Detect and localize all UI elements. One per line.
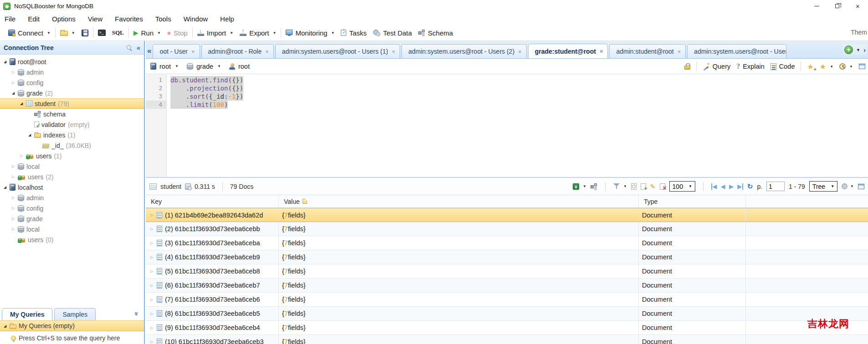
expander-icon[interactable]: ◢ [3, 60, 7, 64]
expander-icon[interactable]: ▷ [11, 196, 15, 200]
menu-item-file[interactable]: File [5, 15, 15, 23]
document-tab-admin-system-users-root-users-1[interactable]: admin:system.users@root - Users (1)× [275, 44, 400, 58]
expander-icon[interactable]: ◢ [3, 324, 7, 328]
tab-close-icon[interactable]: × [518, 48, 522, 55]
explain-button[interactable]: ? Explain [736, 62, 765, 71]
schema-button[interactable]: Schema [418, 29, 453, 37]
tree-item-localhost[interactable]: ◢localhost [0, 182, 144, 192]
favorites-dropdown[interactable]: ★ ▼ [820, 62, 833, 71]
history-dropdown[interactable]: ▼ [839, 63, 853, 70]
export-button[interactable]: Export ▼ [240, 29, 276, 37]
tree-item-local[interactable]: ▷local [0, 161, 144, 172]
my-queries-folder-row[interactable]: ◢ My Queries (empty) [0, 320, 144, 331]
document-tab-admin-system-users-root-users-2[interactable]: admin:system.users@root - Users (2)× [401, 44, 526, 58]
open-button[interactable]: ▼ [60, 30, 75, 36]
table-row[interactable]: ▷(8) 61bc11f36930d73eeba6ceb5{7 fields}D… [146, 307, 868, 321]
expander-icon[interactable]: ▷ [19, 154, 24, 158]
tree-item-root-root[interactable]: ◢root@root [0, 56, 144, 67]
database-select[interactable]: grade ▼ [187, 63, 221, 70]
last-page-button[interactable]: ▶ [738, 183, 743, 190]
search-icon[interactable] [127, 45, 132, 51]
tree-item-local[interactable]: ▷local [0, 224, 144, 234]
tab-close-icon[interactable]: × [600, 48, 603, 55]
menu-item-options[interactable]: Options [52, 15, 76, 23]
analyze-schema-icon[interactable] [591, 183, 597, 190]
tab-samples[interactable]: Samples [54, 308, 95, 320]
save-button[interactable] [82, 30, 88, 36]
document-tab-grade-student-root[interactable]: grade:student@root× [528, 44, 608, 58]
export-excel-button[interactable]: ▼ [573, 183, 586, 190]
document-tab-admin-system-users-root-users[interactable]: admin:system.users@root - Users [687, 44, 786, 58]
table-row[interactable]: ▷(7) 61bc11f36930d73eeba6ceb6{7 fields}D… [146, 293, 868, 307]
tree-item-student[interactable]: ◢student(79) [0, 98, 144, 109]
shell-button[interactable] [98, 30, 106, 36]
run-button[interactable]: ▶ Run ▼ [134, 29, 161, 37]
expander-icon[interactable]: ◢ [11, 91, 15, 95]
close-button[interactable]: × [847, 0, 868, 12]
stop-button[interactable]: ■ Stop [167, 29, 188, 37]
expander-icon[interactable]: ▷ [11, 206, 15, 210]
expander-icon[interactable]: ▷ [11, 164, 15, 168]
tree-item-id[interactable]: _id_(36.0KB) [0, 140, 144, 151]
tab-scroll-left-icon[interactable]: « [147, 46, 151, 56]
tasks-button[interactable]: Tasks [341, 29, 366, 37]
filter-button[interactable]: ▼ [613, 183, 627, 189]
expander-icon[interactable]: ▷ [149, 326, 154, 330]
table-row[interactable]: ▷(9) 61bc11f36930d73eeba6ceb4{7 fields}D… [146, 321, 868, 335]
expander-icon[interactable]: ▷ [149, 283, 154, 288]
add-document-icon[interactable] [641, 183, 646, 190]
table-row[interactable]: ▷(4) 61bc11f36930d73eeba6ceb9{7 fields}D… [146, 250, 868, 264]
expander-icon[interactable]: ◢ [19, 101, 24, 106]
tree-item-schema[interactable]: schema [0, 109, 144, 119]
tree-item-users[interactable]: ▷users(2) [0, 172, 144, 182]
tab-scroll-right-icon[interactable]: › [863, 46, 866, 54]
code-button[interactable]: Code [770, 63, 795, 70]
menu-item-tools[interactable]: Tools [155, 15, 171, 23]
menu-item-view[interactable]: View [88, 15, 103, 23]
theme-label[interactable]: Them [851, 29, 868, 36]
tree-item-grade[interactable]: ◢grade(2) [0, 88, 144, 98]
import-button[interactable]: Import ▼ [197, 29, 233, 37]
menu-item-window[interactable]: Window [184, 15, 208, 23]
tree-item-users[interactable]: ▷users(1) [0, 151, 144, 161]
table-row[interactable]: ▷(5) 61bc11f36930d73eeba6ceb8{7 fields}D… [146, 264, 868, 278]
table-row[interactable]: ▷(10) 61bc11f36930d73eeba6ceb3{7 fields}… [146, 335, 868, 344]
tree-item-grade[interactable]: ▷grade [0, 213, 144, 224]
settings-dropdown[interactable]: ▼ [842, 183, 854, 189]
column-header-key[interactable]: Key [146, 195, 279, 207]
test-data-button[interactable]: Test Data [373, 29, 412, 37]
tree-item-indexes[interactable]: ◢indexes(1) [0, 130, 144, 140]
expander-icon[interactable]: ▷ [149, 312, 154, 316]
tab-list-dropdown-icon[interactable]: ▼ [856, 48, 860, 52]
expander-icon[interactable]: ▷ [11, 175, 15, 179]
refresh-icon[interactable]: ↻ [747, 182, 753, 191]
toggle-panel-icon[interactable] [859, 64, 865, 69]
expand-results-icon[interactable] [858, 184, 864, 189]
document-tab-oot-user[interactable]: oot - User× [153, 44, 200, 58]
column-header-value[interactable]: Value [279, 195, 639, 207]
tree-item-admin[interactable]: ▷admin [0, 192, 144, 203]
sql-button[interactable]: SQL [112, 29, 124, 36]
first-page-button[interactable]: ◀ [711, 183, 717, 190]
view-mode-select[interactable]: Tree ▼ [809, 181, 837, 192]
table-row[interactable]: ▷(2) 61bc11f36930d73eeba6cebb{7 fields}D… [146, 222, 868, 236]
tree-item-config[interactable]: ▷config [0, 77, 144, 88]
document-tab-admin-student-root[interactable]: admin:student@root× [609, 44, 686, 58]
expander-icon[interactable]: ◢ [3, 185, 7, 189]
tree-item-users[interactable]: users(0) [0, 234, 144, 245]
tree-item-config[interactable]: ▷config [0, 203, 144, 213]
expander-icon[interactable]: ▷ [149, 213, 154, 217]
connect-button[interactable]: Connect ▼ [8, 29, 51, 37]
monitoring-button[interactable]: Monitoring ▼ [286, 29, 334, 37]
expander-icon[interactable]: ▷ [149, 241, 154, 245]
server-select[interactable]: root ▼ [150, 63, 179, 70]
table-row[interactable]: ▷(6) 61bc11f36930d73eeba6ceb7{7 fields}D… [146, 278, 868, 293]
tree-item-validator[interactable]: validator(empty) [0, 119, 144, 130]
add-favorite-icon[interactable]: ★ [807, 62, 813, 71]
minimize-button[interactable] [806, 0, 827, 12]
expander-icon[interactable]: ▷ [149, 298, 154, 302]
table-row[interactable]: ▷(1) 621b4b69e2bea892643da62d{7 fields}D… [146, 208, 868, 222]
expander-icon[interactable]: ▷ [149, 255, 154, 259]
query-editor[interactable]: 1234 db.student.find({}) .projection({})… [146, 74, 868, 177]
page-size-select[interactable]: 100 ▼ [669, 181, 695, 192]
